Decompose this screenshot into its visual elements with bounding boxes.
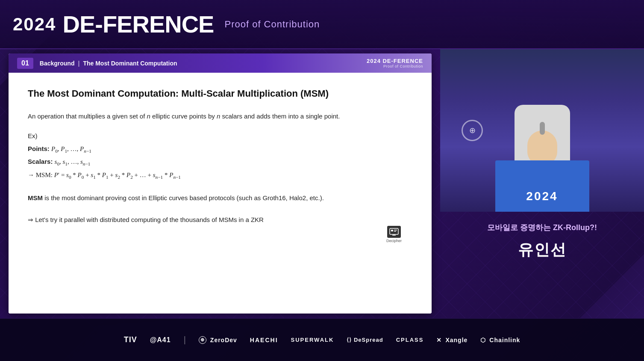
sponsor-xangle-label: Xangle bbox=[445, 337, 468, 343]
speaker-video: ⊕ 2024 bbox=[440, 49, 644, 212]
slide-description: An operation that multiplies a given set… bbox=[28, 111, 412, 122]
sponsor-xangle: ✕ Xangle bbox=[436, 337, 468, 343]
sponsor-tiv-label: TIV bbox=[124, 335, 137, 344]
svg-rect-3 bbox=[391, 230, 393, 231]
slide-area: 01 Background | The Most Dominant Comput… bbox=[0, 49, 440, 318]
podium-shape bbox=[495, 160, 589, 212]
zerodev-icon: ⊕ bbox=[199, 336, 206, 344]
speaker-head-shape bbox=[527, 130, 557, 165]
speaker-info: 모바일로 증명하는 ZK-Rollup?! 유인선 bbox=[440, 212, 644, 271]
speaker-subtitle: 모바일로 증명하는 ZK-Rollup?! bbox=[449, 222, 635, 233]
slide-number: 01 bbox=[17, 58, 33, 69]
sponsor-despread: ⟨⟩ DeSpread bbox=[347, 337, 383, 343]
breadcrumb-topic: The Most Dominant Computation bbox=[83, 60, 177, 67]
sponsor-zerodev: ⊕ ZeroDev bbox=[199, 336, 237, 344]
sponsor-superwalk: SUPERWALK bbox=[291, 337, 334, 343]
slide-container: 01 Background | The Most Dominant Comput… bbox=[9, 53, 432, 314]
year-badge-video: 2024 bbox=[526, 189, 558, 203]
slide-points-line: Points: P0, P1, …, Pn−1 bbox=[28, 143, 412, 156]
year-text: 2024 bbox=[13, 14, 56, 35]
sponsor-despread-label: ⟨⟩ DeSpread bbox=[347, 337, 383, 343]
slide-math-block: Points: P0, P1, …, Pn−1 Scalars: s0, s1,… bbox=[28, 143, 412, 182]
decipher-icon bbox=[387, 226, 401, 238]
sponsor-divider-1: | bbox=[184, 335, 186, 345]
sponsor-superwalk-label: SUPERWALK bbox=[291, 337, 334, 343]
slide-scalars-line: Scalars: s0, s1, …, sn−1 bbox=[28, 156, 412, 169]
sponsor-tiv: TIV bbox=[124, 335, 137, 344]
slide-logo-title: 2024 DE-FERENCE bbox=[367, 58, 423, 64]
sponsor-chainlink-icon: ⬡ bbox=[480, 337, 486, 343]
top-header: 2024 DE-FERENCE Proof of Contribution bbox=[0, 0, 644, 49]
sponsor-haechi: HAECHI bbox=[250, 337, 278, 343]
sponsor-haechi-label: HAECHI bbox=[250, 337, 278, 343]
decipher-logo: Decipher bbox=[386, 226, 402, 243]
sponsor-cplass: CPLASS bbox=[396, 337, 424, 343]
svg-rect-5 bbox=[394, 231, 396, 232]
slide-note: MSM is the most dominant proving cost in… bbox=[28, 192, 412, 204]
sponsor-cplass-label: CPLASS bbox=[396, 337, 424, 343]
slide-example-label: Ex) bbox=[28, 132, 412, 139]
slide-main-title: The Most Dominant Computation: Multi-Sca… bbox=[28, 88, 412, 100]
sponsor-chainlink: ⬡ Chainlink bbox=[480, 337, 520, 343]
slide-content: The Most Dominant Computation: Multi-Sca… bbox=[9, 73, 432, 314]
conference-subtitle: Proof of Contribution bbox=[224, 19, 320, 30]
sponsor-a41-label: @A41 bbox=[150, 336, 171, 344]
slide-header: 01 Background | The Most Dominant Comput… bbox=[9, 53, 432, 73]
microphone-shape bbox=[540, 122, 545, 135]
slide-logo-area: 2024 DE-FERENCE Proof of Contribution bbox=[367, 58, 423, 68]
slide-logo-subtitle: Proof of Contribution bbox=[367, 64, 423, 68]
breadcrumb-section: Background bbox=[40, 60, 75, 67]
slide-msm-line: → MSM: P′ = s0 * P0 + s1 * P1 + s2 * P2 … bbox=[28, 169, 412, 182]
slide-content-wrapper: The Most Dominant Computation: Multi-Sca… bbox=[28, 88, 412, 251]
speaker-area: ⊕ 2024 모바일로 증명하는 ZK-Rollup?! 유인선 bbox=[440, 49, 644, 318]
slide-breadcrumb: Background | The Most Dominant Computati… bbox=[40, 60, 177, 67]
sponsor-chainlink-label: Chainlink bbox=[489, 337, 520, 343]
slide-conclusion: ⇒ Let's try it parallel with distributed… bbox=[28, 214, 412, 225]
decipher-label: Decipher bbox=[386, 239, 402, 243]
zerodev-logo: ⊕ bbox=[462, 120, 483, 141]
speaker-name: 유인선 bbox=[449, 240, 635, 260]
sponsor-xangle-icon: ✕ bbox=[436, 337, 442, 343]
conference-title: 2024 DE-FERENCE Proof of Contribution bbox=[13, 10, 320, 38]
conference-name: DE-FERENCE bbox=[62, 10, 214, 38]
sponsor-zerodev-label: ZeroDev bbox=[210, 337, 237, 343]
svg-rect-4 bbox=[394, 230, 397, 231]
sponsor-bar: TIV @A41 | ⊕ ZeroDev HAECHI SUPERWALK ⟨⟩… bbox=[0, 318, 644, 361]
breadcrumb-separator: | bbox=[78, 60, 79, 67]
sponsor-a41: @A41 bbox=[150, 336, 171, 344]
decipher-area: Decipher bbox=[28, 225, 412, 251]
main-content: 01 Background | The Most Dominant Comput… bbox=[0, 49, 644, 318]
